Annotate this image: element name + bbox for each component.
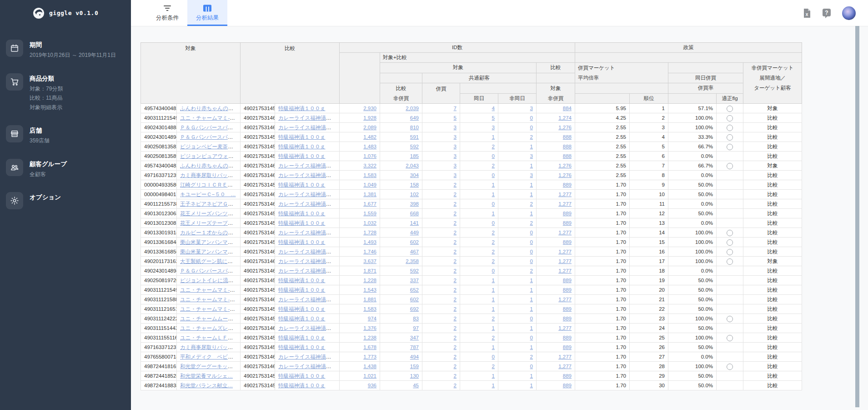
same-day-count-link[interactable]: 4 [492,106,495,111]
target-only-count-link[interactable]: 1,277 [558,192,572,197]
target-name-link[interactable]: カミ商事尿取りパッド… [180,344,238,350]
copurchase-count-link[interactable]: 2 [454,306,457,312]
comparison-only-count-link[interactable]: 141 [410,220,419,226]
fit-flag-radio[interactable] [727,335,733,341]
union-count-link[interactable]: 3,637 [363,258,376,264]
union-count-link[interactable]: 1,728 [363,230,376,235]
target-only-count-link[interactable]: 1,277 [558,325,572,331]
copurchase-count-link[interactable]: 2 [454,354,457,359]
comparison-name-link[interactable]: 特級福神漬１００ｇ [278,383,326,388]
comparison-name-link[interactable]: カレーライス福神漬１… [278,354,336,359]
same-day-count-link[interactable]: 0 [492,201,495,207]
comparison-name-link[interactable]: 特級福神漬１００ｇ [278,153,326,159]
comparison-name-link[interactable]: 特級福神漬１００ｇ [278,344,326,350]
comparison-name-link[interactable]: 特級福神漬１００ｇ [278,306,326,312]
same-day-count-link[interactable]: 1 [492,306,495,312]
same-day-count-link[interactable]: 1 [492,211,495,216]
non-same-day-count-link[interactable]: 0 [530,249,533,254]
copurchase-count-link[interactable]: 2 [454,182,457,187]
comparison-only-count-link[interactable]: 449 [410,230,419,235]
target-only-count-link[interactable]: 1,277 [558,258,572,264]
comparison-name-link[interactable]: カレーライス福神漬１… [278,125,336,130]
same-day-count-link[interactable]: 5 [492,115,495,121]
target-only-count-link[interactable]: 889 [563,220,572,226]
target-name-link[interactable]: 栗山米菓アンパンマン… [180,239,238,245]
target-name-link[interactable]: 栗山米菓アンパンマン… [180,249,238,254]
target-only-count-link[interactable]: 889 [563,344,572,350]
comparison-only-count-link[interactable]: 652 [410,287,419,293]
target-name-link[interactable]: ユニ・チャームムーニ… [180,316,238,321]
target-name-link[interactable]: 花王メリーズパンツＬ… [180,211,238,216]
sidebar-section-line[interactable]: 対象明細表示 [30,103,63,112]
comparison-only-count-link[interactable]: 649 [410,115,419,121]
union-count-link[interactable]: 974 [368,316,376,321]
copurchase-count-link[interactable]: 3 [454,172,457,178]
union-count-link[interactable]: 3,322 [363,163,376,168]
target-only-count-link[interactable]: 889 [563,373,572,379]
sidebar-section-オプション[interactable]: オプション [0,192,131,209]
target-only-count-link[interactable]: 889 [563,211,572,216]
same-day-count-link[interactable]: 2 [492,335,495,340]
target-name-link[interactable]: キユーピーＣ−５０ … [180,192,236,197]
target-name-link[interactable]: ピジョンベビー麦茶５… [180,144,238,149]
union-count-link[interactable]: 1,482 [363,134,376,140]
target-only-count-link[interactable]: 1,276 [558,125,572,130]
same-day-count-link[interactable]: 2 [492,163,495,168]
copurchase-count-link[interactable]: 2 [454,239,457,245]
same-day-count-link[interactable]: 2 [492,144,495,149]
union-count-link[interactable]: 1,871 [363,268,376,273]
same-day-count-link[interactable]: 1 [492,297,495,302]
non-same-day-count-link[interactable]: 1 [530,325,533,331]
target-name-link[interactable]: ふんわり赤ちゃんのお… [180,106,239,111]
target-only-count-link[interactable]: 888 [563,134,572,140]
same-day-count-link[interactable]: 1 [492,325,495,331]
target-only-count-link[interactable]: 889 [563,182,572,187]
non-same-day-count-link[interactable]: 0 [530,316,533,321]
same-day-count-link[interactable]: 0 [492,268,495,273]
copurchase-count-link[interactable]: 5 [454,115,457,121]
non-same-day-count-link[interactable]: 3 [530,172,533,178]
comparison-only-count-link[interactable]: 185 [410,153,419,159]
fit-flag-radio[interactable] [727,316,733,322]
non-same-day-count-link[interactable]: 0 [530,125,533,130]
same-day-count-link[interactable]: 1 [492,287,495,293]
copurchase-count-link[interactable]: 2 [454,249,457,254]
comparison-only-count-link[interactable]: 83 [413,316,419,321]
non-same-day-count-link[interactable]: 2 [530,220,533,226]
union-count-link[interactable]: 2,089 [363,125,376,130]
comparison-only-count-link[interactable]: 668 [410,211,419,216]
target-name-link[interactable]: 花王メリーズテープＳ… [180,220,238,226]
comparison-only-count-link[interactable]: 97 [413,325,419,331]
same-day-count-link[interactable]: 2 [492,364,495,369]
comparison-name-link[interactable]: 特級福神漬１００ｇ [278,278,326,283]
copurchase-count-link[interactable]: 3 [454,153,457,159]
comparison-name-link[interactable]: カレーライス福神漬１… [278,268,336,273]
fit-flag-radio[interactable] [727,125,733,131]
comparison-only-count-link[interactable]: 159 [410,364,419,369]
union-count-link[interactable]: 1,483 [363,144,376,149]
comparison-name-link[interactable]: カレーライス福神漬１… [278,115,336,121]
comparison-name-link[interactable]: 特級福神漬１００ｇ [278,144,326,149]
copurchase-count-link[interactable]: 2 [454,335,457,340]
comparison-only-count-link[interactable]: 337 [410,278,419,283]
non-same-day-count-link[interactable]: 1 [530,297,533,302]
comparison-name-link[interactable]: カレーライス福神漬１… [278,297,336,302]
vertical-scrollbar[interactable] [855,26,859,407]
comparison-name-link[interactable]: 特級福神漬１００ｇ [278,316,326,321]
target-name-link[interactable]: ユニ・チャームＬＦき… [180,335,238,340]
target-only-count-link[interactable]: 889 [563,383,572,388]
fit-flag-radio[interactable] [727,364,733,370]
comparison-name-link[interactable]: カレーライス福神漬１… [278,249,336,254]
copurchase-count-link[interactable]: 2 [454,287,457,293]
comparison-only-count-link[interactable]: 692 [410,306,419,312]
comparison-name-link[interactable]: カレーライス福神漬１… [278,172,336,178]
non-same-day-count-link[interactable]: 3 [530,106,533,111]
same-day-count-link[interactable]: 1 [492,383,495,388]
copurchase-count-link[interactable]: 2 [454,192,457,197]
target-only-count-link[interactable]: 889 [563,239,572,245]
same-day-count-link[interactable]: 1 [492,182,495,187]
comparison-name-link[interactable]: 特級福神漬１００ｇ [278,287,326,293]
copurchase-count-link[interactable]: 3 [454,125,457,130]
comparison-name-link[interactable]: カレーライス福神漬１… [278,258,336,264]
target-name-link[interactable]: 江崎グリコＩＣＲＥＯ… [180,182,238,187]
